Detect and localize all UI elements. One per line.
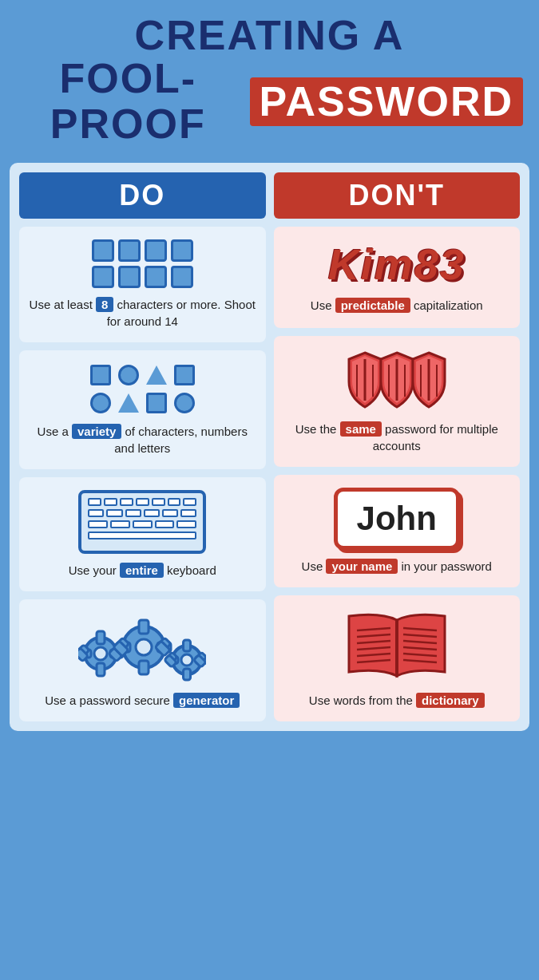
- dont-card-predictable-text: Use predictable capitalization: [311, 297, 483, 314]
- dont-card-dictionary-text: Use words from the dictionary: [309, 692, 485, 709]
- do-card-variety: Use a variety of characters, numbers and…: [19, 350, 266, 469]
- do-card-generator: Use a password secure generator: [19, 599, 266, 721]
- header-line2: FOOL-PROOF PASSWORD: [16, 56, 523, 147]
- kim83-icon: Kim83: [328, 239, 466, 289]
- header-foolproof: FOOL-PROOF: [16, 56, 240, 147]
- highlight-8: 8: [96, 297, 113, 312]
- gears-icon: [78, 612, 206, 684]
- book-icon: [341, 608, 453, 684]
- dont-card-predictable: Kim83 Use predictable capitalization: [274, 227, 521, 328]
- dont-heading: DON'T: [274, 172, 521, 219]
- grid-icon: [92, 239, 193, 288]
- highlight-dictionary: dictionary: [416, 693, 485, 708]
- svg-rect-23: [184, 669, 191, 680]
- svg-point-21: [181, 654, 192, 666]
- header-password-badge: PASSWORD: [250, 77, 523, 126]
- highlight-entire: entire: [120, 563, 164, 578]
- svg-rect-12: [139, 620, 149, 634]
- do-card-keyboard: Use your entire keyboard: [19, 477, 266, 591]
- john-badge-text: John: [334, 488, 460, 550]
- john-icon: John: [334, 488, 460, 550]
- highlight-generator: generator: [173, 693, 240, 708]
- dont-card-same-text: Use the same password for multiple accou…: [283, 421, 511, 454]
- svg-rect-22: [184, 640, 191, 651]
- do-card-variety-text: Use a variety of characters, numbers and…: [29, 423, 256, 456]
- main-content: DO Use at least 8 characters or more. Sh…: [10, 163, 529, 731]
- svg-rect-3: [97, 663, 105, 676]
- dont-card-yourname: John Use your name in your password: [274, 475, 521, 587]
- shapes-icon: [89, 363, 196, 415]
- do-heading: DO: [19, 172, 266, 219]
- do-card-generator-text: Use a password secure generator: [45, 692, 240, 709]
- do-card-characters: Use at least 8 characters or more. Shoot…: [19, 227, 266, 342]
- highlight-same: same: [340, 421, 382, 437]
- do-column: DO Use at least 8 characters or more. Sh…: [19, 172, 266, 721]
- dont-card-yourname-text: Use your name in your password: [302, 558, 492, 575]
- header: CREATING A FOOL-PROOF PASSWORD: [0, 0, 539, 156]
- shields-icon: [333, 349, 461, 413]
- svg-rect-2: [97, 631, 105, 644]
- header-line1: CREATING A: [16, 14, 523, 56]
- svg-point-11: [136, 639, 152, 655]
- dont-column: DON'T Kim83 Use predictable capitalizati…: [274, 172, 521, 721]
- svg-rect-13: [139, 661, 149, 674]
- highlight-variety: variety: [72, 424, 121, 439]
- dont-card-dictionary: Use words from the dictionary: [274, 595, 521, 721]
- do-card-keyboard-text: Use your entire keyboard: [69, 562, 216, 579]
- highlight-predictable: predictable: [335, 298, 410, 313]
- keyboard-icon: [78, 490, 206, 554]
- dont-card-same: Use the same password for multiple accou…: [274, 336, 521, 467]
- svg-point-1: [94, 647, 107, 660]
- highlight-yourname: your name: [326, 559, 398, 574]
- do-card-characters-text: Use at least 8 characters or more. Shoot…: [29, 296, 256, 330]
